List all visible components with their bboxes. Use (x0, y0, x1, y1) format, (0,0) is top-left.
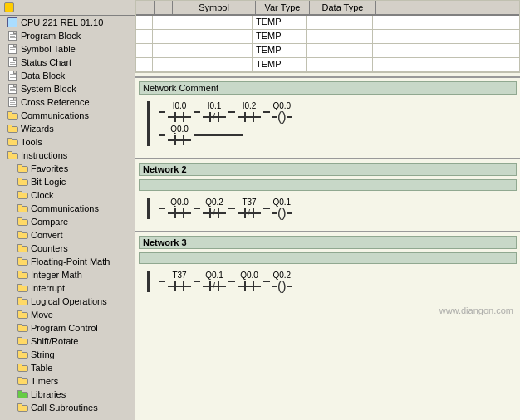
sidebar-item-0[interactable]: CPU 221 REL 01.10 (0, 16, 135, 29)
nc-slash: / (213, 208, 215, 217)
sidebar-item-18[interactable]: Floating-Point Math (0, 255, 135, 268)
sidebar-label-26: Table (31, 363, 52, 373)
sidebar-label-21: Logical Operations (31, 296, 107, 306)
contact-no: Q0.0 (168, 125, 191, 146)
sidebar-icon-20 (17, 282, 28, 294)
sidebar-item-8[interactable]: Wizards (0, 122, 135, 135)
contact-label: Q0.2 (205, 198, 223, 207)
sidebar-icon-2 (7, 43, 18, 55)
sidebar-item-26[interactable]: Table (0, 361, 135, 374)
sidebar-icon-24 (17, 335, 28, 347)
network-3: Network 3T37Q0.1/Q0.0Q0.2() (135, 231, 520, 302)
sym-cell-2-1 (153, 44, 169, 57)
sidebar-item-24[interactable]: Shift/Rotate (0, 335, 135, 348)
watermark: www.diangon.com (135, 302, 520, 319)
sidebar-icon-12 (17, 176, 28, 188)
contact-label: T37 (242, 198, 256, 207)
network-blank-bar-1 (139, 179, 517, 191)
sidebar-item-4[interactable]: Data Block (0, 69, 135, 82)
sidebar-item-27[interactable]: Timers (0, 374, 135, 388)
sidebar-icon-14 (17, 203, 28, 214)
contact-label: I0.0 (173, 101, 187, 110)
contact-nc: I0.1/ (203, 101, 226, 123)
sym-cell-0-4 (307, 16, 373, 29)
sidebar-item-22[interactable]: Move (0, 308, 135, 321)
sidebar-item-7[interactable]: Communications (0, 109, 135, 122)
sidebar-label-28: Libraries (31, 389, 66, 399)
sidebar-item-1[interactable]: Program Block (0, 29, 135, 42)
sym-col-1 (155, 1, 173, 14)
rung-net3: T37Q0.1/Q0.0Q0.2() (159, 271, 517, 292)
contact-no: T37 (168, 271, 191, 292)
sidebar-item-11[interactable]: Favorites (0, 162, 135, 175)
sidebar-item-29[interactable]: Call Subroutines (0, 401, 135, 414)
sym-cell-1-3: TEMP (253, 30, 307, 43)
sidebar-item-12[interactable]: Bit Logic (0, 175, 135, 188)
sidebar-label-19: Integer Math (31, 270, 82, 280)
sidebar-item-17[interactable]: Counters (0, 242, 135, 255)
sym-table-row: TEMP (136, 58, 519, 72)
sidebar-item-14[interactable]: Communications (0, 202, 135, 215)
sidebar-label-5: System Block (21, 84, 76, 94)
contact-label: T37 (172, 271, 186, 280)
contact-label: Q0.0 (240, 271, 258, 280)
sidebar-item-23[interactable]: Program Control (0, 321, 135, 335)
sidebar-label-9: Tools (21, 137, 42, 147)
sidebar-item-6[interactable]: Cross Reference (0, 95, 135, 109)
sidebar-item-13[interactable]: Clock (0, 188, 135, 202)
sym-cell-1-1 (153, 30, 169, 43)
ladder-line (228, 111, 235, 113)
sidebar-label-0: CPU 221 REL 01.10 (21, 17, 103, 27)
ladder-line (194, 134, 243, 136)
sidebar-icon-8 (7, 123, 18, 134)
rung-1: I0.0I0.1/I0.2Q0.0() (159, 101, 517, 123)
sidebar-item-21[interactable]: Logical Operations (0, 295, 135, 308)
sym-table-row: TEMP (136, 30, 519, 44)
ladder-0: I0.0I0.1/I0.2Q0.0()Q0.0 (139, 101, 517, 146)
rung-2-branch: Q0.0 (159, 125, 517, 146)
ladder-line (228, 281, 235, 282)
networks-area: Network CommentI0.0I0.1/I0.2Q0.0()Q0.0Ne… (135, 76, 520, 319)
sidebar-item-10[interactable]: Instructions (0, 149, 135, 162)
contact-no: I0.0 (168, 101, 191, 123)
contact-nc: T37/ (238, 198, 261, 219)
sidebar-icon-5 (7, 83, 18, 95)
sidebar-label-3: Status Chart (21, 57, 71, 67)
sidebar-item-28[interactable]: Libraries (0, 388, 135, 401)
sidebar-label-16: Convert (31, 230, 63, 240)
sidebar-item-2[interactable]: Symbol Table (0, 42, 135, 56)
sidebar-icon-7 (7, 110, 18, 121)
sidebar-item-16[interactable]: Convert (0, 228, 135, 242)
left-rail (147, 101, 150, 146)
coil: Q0.0() (272, 101, 292, 123)
symbol-table-area: Symbol Var Type Data Type TEMPTEMPTEMPTE… (135, 0, 520, 73)
nc-slash: / (213, 281, 215, 291)
sym-col-0 (136, 1, 155, 14)
sidebar-label-25: String (31, 349, 55, 359)
network-comment: Network Comment (143, 83, 218, 93)
sidebar-label-1: Program Block (21, 31, 81, 41)
sidebar-item-25[interactable]: String (0, 348, 135, 361)
sidebar-item-9[interactable]: Tools (0, 135, 135, 149)
contact-nc: Q0.2/ (203, 198, 226, 219)
sidebar-item-20[interactable]: Interrupt (0, 281, 135, 295)
coil: Q0.2() (272, 271, 292, 292)
sidebar-item-3[interactable]: Status Chart (0, 56, 135, 69)
sidebar-item-19[interactable]: Integer Math (0, 268, 135, 281)
sym-cell-0-0 (136, 16, 153, 29)
sidebar-header (0, 0, 135, 16)
sidebar-header-icon (3, 2, 15, 13)
sym-rows: TEMPTEMPTEMPTEMP (136, 16, 519, 72)
sidebar-label-10: Instructions (21, 150, 67, 160)
sidebar-label-23: Program Control (31, 323, 98, 333)
sidebar-icon-29 (17, 402, 28, 413)
sidebar-item-5[interactable]: System Block (0, 82, 135, 95)
network-title-bar-1: Network 2 (139, 163, 517, 176)
sym-cell-3-3: TEMP (253, 58, 307, 71)
contact-nc: Q0.1/ (203, 271, 226, 292)
sidebar-icon-1 (7, 30, 18, 42)
network-1: Network CommentI0.0I0.1/I0.2Q0.0()Q0.0 (135, 76, 520, 156)
sidebar-label-4: Data Block (21, 71, 65, 81)
network-title-bar-2: Network 3 (139, 236, 517, 249)
sidebar-item-15[interactable]: Compare (0, 215, 135, 228)
